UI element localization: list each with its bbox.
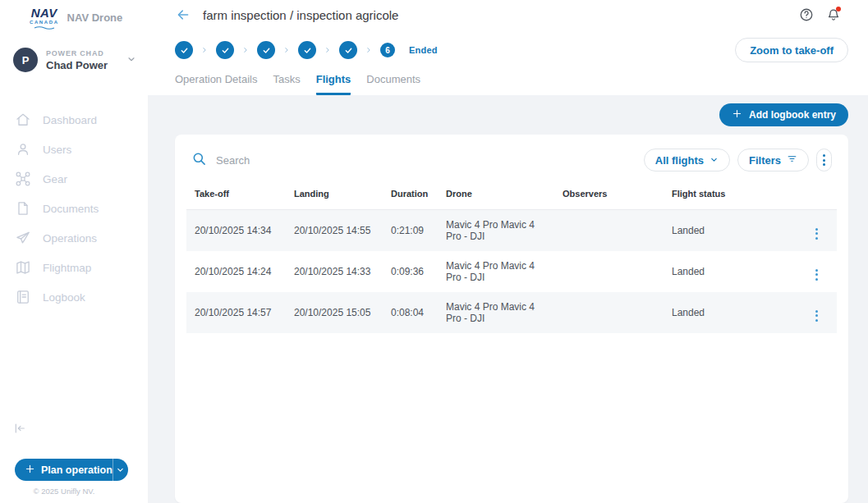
tab-flights[interactable]: Flights — [316, 73, 351, 95]
table-row[interactable]: 20/10/2025 14:24 20/10/2025 14:33 0:09:3… — [186, 251, 837, 292]
user-menu[interactable]: P POWER CHAD Chad Power — [0, 48, 148, 72]
plan-operation-button[interactable]: Plan operation — [15, 459, 128, 481]
sidebar-item-dashboard[interactable]: Dashboard — [0, 105, 148, 135]
cell-landing: 20/10/2025 15:05 — [287, 292, 384, 333]
row-actions-kebab-button[interactable] — [815, 310, 818, 322]
cell-duration: 0:21:09 — [384, 210, 439, 251]
sidebar-item-label: Logbook — [43, 291, 85, 304]
column-header-observers: Observers — [556, 181, 665, 210]
cell-drone: Mavic 4 Pro Mavic 4 Pro - DJI — [439, 292, 556, 333]
drone-icon — [15, 171, 31, 187]
book-icon — [15, 289, 31, 305]
chevron-right-icon — [324, 47, 331, 53]
cell-take-off: 20/10/2025 14:24 — [186, 251, 287, 292]
nav-canada-logo: NAV CANADA — [30, 7, 59, 30]
sidebar-item-logbook[interactable]: Logbook — [0, 282, 148, 312]
user-org: POWER CHAD — [46, 49, 126, 57]
tab-documents[interactable]: Documents — [366, 73, 420, 95]
flights-toolbar: All flights Filters — [186, 135, 837, 174]
step-6-current[interactable]: 6 — [380, 43, 395, 57]
column-header-flight-status: Flight status — [665, 181, 797, 210]
logo-wave-icon — [34, 25, 55, 30]
cell-flight-status: Landed — [665, 292, 797, 333]
table-row[interactable]: 20/10/2025 14:57 20/10/2025 15:05 0:08:0… — [186, 292, 837, 333]
home-icon — [15, 112, 31, 128]
cell-duration: 0:08:04 — [384, 292, 439, 333]
table-options-kebab-button[interactable] — [816, 149, 832, 171]
notification-badge — [836, 7, 841, 11]
cell-landing: 20/10/2025 14:33 — [287, 251, 384, 292]
plus-icon — [732, 108, 742, 121]
sidebar-item-users[interactable]: Users — [0, 135, 148, 164]
chevron-down-icon[interactable] — [113, 465, 128, 474]
filter-lines-icon — [787, 153, 797, 167]
copyright-text: © 2025 Unifly NV. — [0, 487, 148, 496]
step-5-completed[interactable] — [339, 41, 357, 59]
cell-drone: Mavic 4 Pro Mavic 4 Pro - DJI — [439, 210, 556, 251]
chevron-right-icon — [242, 47, 249, 53]
plan-operation-label: Plan operation — [41, 464, 113, 476]
step-4-completed[interactable] — [298, 41, 316, 59]
zoom-to-takeoff-button[interactable]: Zoom to take-off — [735, 38, 848, 62]
column-header-drone: Drone — [439, 181, 556, 210]
filters-label: Filters — [749, 154, 781, 167]
sidebar-nav: Dashboard Users Gear Documents Operation… — [0, 105, 148, 312]
chevron-right-icon — [365, 47, 372, 53]
step-2-completed[interactable] — [216, 41, 234, 59]
sidebar-item-gear[interactable]: Gear — [0, 164, 148, 194]
cell-flight-status: Landed — [665, 210, 797, 251]
cell-flight-status: Landed — [665, 251, 797, 292]
sidebar-item-label: Flightmap — [43, 262, 91, 274]
step-3-completed[interactable] — [257, 41, 275, 59]
search-input[interactable] — [216, 154, 462, 167]
all-flights-filter-dropdown[interactable]: All flights — [644, 149, 730, 171]
sidebar-item-documents[interactable]: Documents — [0, 194, 148, 223]
tab-operation-details[interactable]: Operation Details — [175, 73, 257, 95]
notification-bell-icon[interactable] — [825, 7, 842, 23]
row-actions-kebab-button[interactable] — [815, 228, 818, 240]
back-button[interactable] — [175, 7, 191, 23]
flights-table: Take-off Landing Duration Drone Observer… — [186, 181, 837, 333]
step-1-completed[interactable] — [175, 41, 193, 59]
sidebar-item-label: Gear — [43, 173, 67, 185]
operation-header: farm inspection / inspection agricole — [148, 0, 868, 95]
column-header-landing: Landing — [287, 181, 384, 210]
sidebar-item-flightmap[interactable]: Flightmap — [0, 253, 148, 282]
help-icon[interactable] — [798, 7, 815, 23]
cell-observers — [556, 292, 665, 333]
brand-logo: NAV CANADA NAV Drone — [0, 0, 148, 30]
map-icon — [15, 259, 31, 276]
flights-content: Add logbook entry All flights Filte — [148, 95, 868, 503]
column-header-actions — [797, 181, 837, 210]
filters-button[interactable]: Filters — [737, 149, 809, 171]
operation-stepper: 6 Ended Zoom to take-off — [175, 38, 848, 62]
chevron-right-icon — [283, 47, 290, 53]
sidebar-footer: Plan operation © 2025 Unifly NV. — [0, 422, 148, 503]
chevron-down-icon — [126, 53, 136, 67]
search-icon — [191, 151, 207, 170]
all-flights-label: All flights — [655, 154, 704, 167]
main-area: farm inspection / inspection agricole — [148, 0, 868, 503]
tab-tasks[interactable]: Tasks — [273, 73, 300, 95]
logo-canada-text: CANADA — [30, 20, 59, 25]
sidebar-item-operations[interactable]: Operations — [0, 223, 148, 253]
chevron-down-icon — [710, 154, 719, 167]
app-name: NAV Drone — [67, 11, 123, 24]
collapse-sidebar-button[interactable] — [13, 422, 28, 437]
plus-icon — [25, 463, 35, 478]
user-icon — [15, 141, 31, 158]
sidebar-item-label: Operations — [43, 232, 97, 245]
avatar: P — [13, 48, 38, 72]
cell-duration: 0:09:36 — [384, 251, 439, 292]
cell-observers — [556, 251, 665, 292]
sidebar-item-label: Users — [43, 144, 71, 156]
row-actions-kebab-button[interactable] — [815, 269, 818, 281]
add-logbook-entry-button[interactable]: Add logbook entry — [719, 103, 848, 126]
table-row[interactable]: 20/10/2025 14:34 20/10/2025 14:55 0:21:0… — [186, 210, 837, 251]
step-status-label: Ended — [409, 45, 438, 55]
column-header-take-off: Take-off — [186, 181, 287, 210]
table-header-row: Take-off Landing Duration Drone Observer… — [186, 181, 837, 210]
sidebar-item-label: Dashboard — [43, 114, 97, 126]
flights-card: All flights Filters — [175, 135, 848, 503]
sidebar-item-label: Documents — [43, 203, 99, 215]
